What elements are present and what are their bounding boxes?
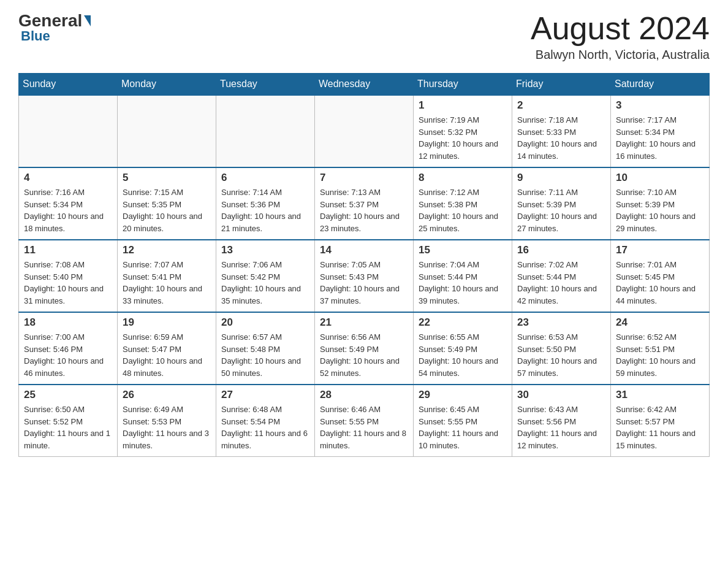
- day-info: Sunrise: 7:08 AMSunset: 5:40 PMDaylight:…: [24, 259, 112, 307]
- day-info: Sunrise: 6:52 AMSunset: 5:51 PMDaylight:…: [616, 331, 704, 379]
- location: Balwyn North, Victoria, Australia: [531, 48, 710, 62]
- day-info: Sunrise: 7:10 AMSunset: 5:39 PMDaylight:…: [616, 186, 704, 234]
- day-info: Sunrise: 6:43 AMSunset: 5:56 PMDaylight:…: [517, 404, 605, 451]
- day-number: 22: [419, 316, 507, 329]
- calendar-cell: 2Sunrise: 7:18 AMSunset: 5:33 PMDaylight…: [512, 95, 611, 167]
- day-number: 6: [221, 172, 309, 184]
- day-info: Sunrise: 7:15 AMSunset: 5:35 PMDaylight:…: [123, 186, 211, 234]
- weekday-header-row: SundayMondayTuesdayWednesdayThursdayFrid…: [19, 74, 710, 96]
- day-info: Sunrise: 7:05 AMSunset: 5:43 PMDaylight:…: [320, 259, 408, 307]
- day-number: 5: [123, 172, 211, 184]
- day-number: 14: [320, 244, 408, 256]
- calendar-cell: 27Sunrise: 6:48 AMSunset: 5:54 PMDayligh…: [216, 385, 315, 457]
- calendar-cell: 15Sunrise: 7:04 AMSunset: 5:44 PMDayligh…: [414, 240, 512, 312]
- day-info: Sunrise: 7:19 AMSunset: 5:32 PMDaylight:…: [419, 114, 507, 162]
- calendar-cell: 21Sunrise: 6:56 AMSunset: 5:49 PMDayligh…: [315, 312, 414, 385]
- day-info: Sunrise: 7:18 AMSunset: 5:33 PMDaylight:…: [517, 114, 605, 162]
- day-info: Sunrise: 6:55 AMSunset: 5:49 PMDaylight:…: [419, 331, 507, 379]
- calendar-cell: 3Sunrise: 7:17 AMSunset: 5:34 PMDaylight…: [611, 95, 710, 167]
- logo-triangle-icon: [84, 15, 91, 26]
- calendar-cell: [118, 95, 216, 167]
- day-info: Sunrise: 7:02 AMSunset: 5:44 PMDaylight:…: [517, 259, 605, 307]
- day-number: 25: [24, 389, 112, 401]
- calendar-cell: [19, 95, 118, 167]
- day-number: 31: [616, 389, 704, 401]
- calendar-table: SundayMondayTuesdayWednesdayThursdayFrid…: [18, 73, 710, 457]
- day-info: Sunrise: 6:53 AMSunset: 5:50 PMDaylight:…: [517, 331, 605, 379]
- calendar-cell: 24Sunrise: 6:52 AMSunset: 5:51 PMDayligh…: [611, 312, 710, 385]
- day-info: Sunrise: 7:04 AMSunset: 5:44 PMDaylight:…: [419, 259, 507, 307]
- calendar-cell: 25Sunrise: 6:50 AMSunset: 5:52 PMDayligh…: [19, 385, 118, 457]
- day-number: 18: [24, 316, 112, 329]
- weekday-header-wednesday: Wednesday: [315, 74, 414, 96]
- day-info: Sunrise: 7:01 AMSunset: 5:45 PMDaylight:…: [616, 259, 704, 307]
- month-title: August 2024: [531, 12, 710, 44]
- day-number: 10: [616, 172, 704, 184]
- calendar-week-row: 18Sunrise: 7:00 AMSunset: 5:46 PMDayligh…: [19, 312, 710, 385]
- day-info: Sunrise: 7:12 AMSunset: 5:38 PMDaylight:…: [419, 186, 507, 234]
- day-number: 16: [517, 244, 605, 256]
- calendar-cell: 16Sunrise: 7:02 AMSunset: 5:44 PMDayligh…: [512, 240, 611, 312]
- day-info: Sunrise: 6:49 AMSunset: 5:53 PMDaylight:…: [123, 404, 211, 451]
- day-number: 17: [616, 244, 704, 256]
- day-number: 4: [24, 172, 112, 184]
- day-number: 30: [517, 389, 605, 401]
- calendar-cell: 29Sunrise: 6:45 AMSunset: 5:55 PMDayligh…: [414, 385, 512, 457]
- day-info: Sunrise: 7:14 AMSunset: 5:36 PMDaylight:…: [221, 186, 309, 234]
- calendar-cell: 18Sunrise: 7:00 AMSunset: 5:46 PMDayligh…: [19, 312, 118, 385]
- day-info: Sunrise: 6:56 AMSunset: 5:49 PMDaylight:…: [320, 331, 408, 379]
- calendar-week-row: 25Sunrise: 6:50 AMSunset: 5:52 PMDayligh…: [19, 385, 710, 457]
- calendar-cell: 7Sunrise: 7:13 AMSunset: 5:37 PMDaylight…: [315, 167, 414, 240]
- weekday-header-monday: Monday: [118, 74, 216, 96]
- day-number: 2: [517, 99, 605, 112]
- weekday-header-friday: Friday: [512, 74, 611, 96]
- calendar-cell: [216, 95, 315, 167]
- day-number: 26: [123, 389, 211, 401]
- calendar-cell: 23Sunrise: 6:53 AMSunset: 5:50 PMDayligh…: [512, 312, 611, 385]
- day-info: Sunrise: 7:13 AMSunset: 5:37 PMDaylight:…: [320, 186, 408, 234]
- calendar-cell: 9Sunrise: 7:11 AMSunset: 5:39 PMDaylight…: [512, 167, 611, 240]
- day-info: Sunrise: 7:00 AMSunset: 5:46 PMDaylight:…: [24, 331, 112, 379]
- calendar-cell: 11Sunrise: 7:08 AMSunset: 5:40 PMDayligh…: [19, 240, 118, 312]
- weekday-header-tuesday: Tuesday: [216, 74, 315, 96]
- day-number: 28: [320, 389, 408, 401]
- title-block: August 2024 Balwyn North, Victoria, Aust…: [531, 12, 710, 62]
- day-number: 24: [616, 316, 704, 329]
- calendar-cell: 19Sunrise: 6:59 AMSunset: 5:47 PMDayligh…: [118, 312, 216, 385]
- logo-blue: Blue: [18, 28, 50, 44]
- weekday-header-saturday: Saturday: [611, 74, 710, 96]
- day-number: 11: [24, 244, 112, 256]
- calendar-cell: 26Sunrise: 6:49 AMSunset: 5:53 PMDayligh…: [118, 385, 216, 457]
- day-number: 3: [616, 99, 704, 112]
- calendar-cell: 17Sunrise: 7:01 AMSunset: 5:45 PMDayligh…: [611, 240, 710, 312]
- calendar-cell: 22Sunrise: 6:55 AMSunset: 5:49 PMDayligh…: [414, 312, 512, 385]
- logo-general: General: [18, 12, 82, 29]
- calendar-cell: 20Sunrise: 6:57 AMSunset: 5:48 PMDayligh…: [216, 312, 315, 385]
- day-info: Sunrise: 7:06 AMSunset: 5:42 PMDaylight:…: [221, 259, 309, 307]
- calendar-week-row: 4Sunrise: 7:16 AMSunset: 5:34 PMDaylight…: [19, 167, 710, 240]
- day-number: 20: [221, 316, 309, 329]
- day-info: Sunrise: 6:46 AMSunset: 5:55 PMDaylight:…: [320, 404, 408, 451]
- logo: General Blue: [18, 12, 91, 44]
- day-number: 1: [419, 99, 507, 112]
- calendar-cell: 12Sunrise: 7:07 AMSunset: 5:41 PMDayligh…: [118, 240, 216, 312]
- calendar-cell: 8Sunrise: 7:12 AMSunset: 5:38 PMDaylight…: [414, 167, 512, 240]
- day-number: 23: [517, 316, 605, 329]
- calendar-cell: 6Sunrise: 7:14 AMSunset: 5:36 PMDaylight…: [216, 167, 315, 240]
- weekday-header-sunday: Sunday: [19, 74, 118, 96]
- day-info: Sunrise: 6:45 AMSunset: 5:55 PMDaylight:…: [419, 404, 507, 451]
- day-number: 29: [419, 389, 507, 401]
- calendar-week-row: 11Sunrise: 7:08 AMSunset: 5:40 PMDayligh…: [19, 240, 710, 312]
- day-number: 8: [419, 172, 507, 184]
- day-info: Sunrise: 7:17 AMSunset: 5:34 PMDaylight:…: [616, 114, 704, 162]
- day-number: 9: [517, 172, 605, 184]
- day-info: Sunrise: 7:07 AMSunset: 5:41 PMDaylight:…: [123, 259, 211, 307]
- calendar-cell: 10Sunrise: 7:10 AMSunset: 5:39 PMDayligh…: [611, 167, 710, 240]
- calendar-cell: 5Sunrise: 7:15 AMSunset: 5:35 PMDaylight…: [118, 167, 216, 240]
- weekday-header-thursday: Thursday: [414, 74, 512, 96]
- calendar-cell: [315, 95, 414, 167]
- calendar-cell: 4Sunrise: 7:16 AMSunset: 5:34 PMDaylight…: [19, 167, 118, 240]
- day-number: 13: [221, 244, 309, 256]
- calendar-cell: 13Sunrise: 7:06 AMSunset: 5:42 PMDayligh…: [216, 240, 315, 312]
- day-info: Sunrise: 7:11 AMSunset: 5:39 PMDaylight:…: [517, 186, 605, 234]
